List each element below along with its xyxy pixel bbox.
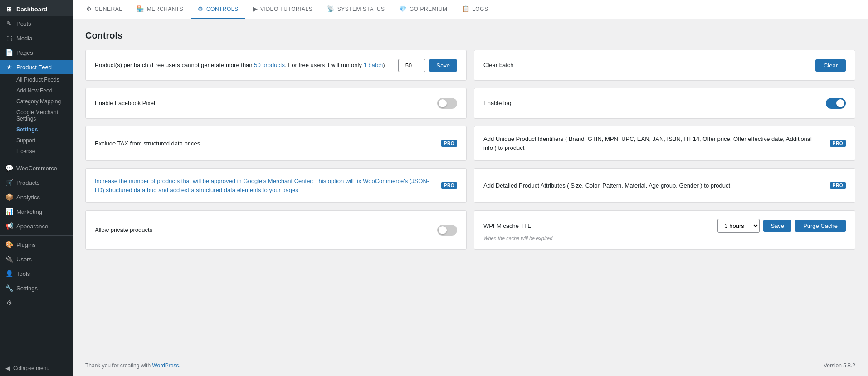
card-enable-log: Enable log: [474, 88, 855, 119]
tools-icon: 🔧: [5, 284, 13, 292]
card-exclude-tax-text: Exclude TAX from structured data prices: [95, 139, 441, 148]
toggle-track-facebook: [437, 98, 457, 109]
sidebar-divider-1: [0, 159, 73, 159]
cache-ttl-save-button[interactable]: Save: [763, 220, 791, 232]
private-products-toggle[interactable]: [437, 225, 457, 236]
tab-go-premium[interactable]: 💎 GO PREMIUM: [393, 0, 454, 19]
card-facebook-pixel: Enable Facebook Pixel: [85, 88, 467, 119]
card-detailed-attributes-text: Add Detailed Product Attributes ( Size, …: [483, 181, 830, 190]
sidebar-item-marketing[interactable]: 📢 Appearance: [0, 219, 73, 233]
card-facebook-pixel-text: Enable Facebook Pixel: [95, 99, 437, 108]
woocommerce-icon: 🛒: [5, 179, 13, 186]
facebook-pixel-toggle[interactable]: [437, 98, 457, 109]
tab-controls[interactable]: ⚙ CONTROLS: [191, 0, 244, 19]
collapse-menu-button[interactable]: ◀ Collapse menu: [0, 361, 73, 376]
purge-cache-button[interactable]: Purge Cache: [795, 220, 846, 232]
submenu-add-new-feed[interactable]: Add New Feed: [11, 85, 73, 96]
submenu-all-product-feeds[interactable]: All Product Feeds: [11, 74, 73, 85]
submenu-support[interactable]: Support: [11, 135, 73, 146]
sidebar-item-product-feed[interactable]: ★ Product Feed: [0, 60, 73, 74]
products-icon: 📦: [5, 193, 13, 201]
analytics-icon: 📊: [5, 208, 13, 215]
sidebar-item-appearance[interactable]: 🎨 Plugins: [0, 237, 73, 252]
controls-grid: Product(s) per batch (Free users cannot …: [85, 50, 855, 250]
unique-identifiers-pro-badge: PRO: [830, 140, 846, 147]
sidebar-item-products[interactable]: 📦 Analytics: [0, 190, 73, 204]
footer-version: Version 5.8.2: [824, 362, 855, 369]
sidebar-item-posts[interactable]: ✎ Posts: [0, 16, 73, 31]
footer-thanks: Thank you for creating with WordPress.: [85, 362, 180, 369]
card-batch-text: Product(s) per batch (Free users cannot …: [95, 61, 398, 70]
page-title: Controls: [85, 30, 855, 41]
general-tab-icon: ⚙: [86, 5, 92, 12]
main-area: ⚙ GENERAL 🏪 MERCHANTS ⚙ CONTROLS ▶ VIDEO…: [73, 0, 868, 376]
sidebar-item-settings[interactable]: ⚙: [0, 295, 73, 310]
sidebar-item-plugins[interactable]: 🔌 Users: [0, 252, 73, 266]
submenu-settings[interactable]: Settings: [11, 124, 73, 135]
sidebar: ⊞ Dashboard ✎ Posts ⬚ Media 📄 Pages ★ Pr…: [0, 0, 73, 376]
card-enable-log-text: Enable log: [483, 99, 826, 108]
toggle-thumb-log: [836, 99, 844, 107]
card-facebook-pixel-controls: [437, 98, 457, 109]
tab-merchants[interactable]: 🏪 MERCHANTS: [130, 0, 190, 19]
appearance-icon: 🎨: [5, 241, 13, 248]
sidebar-item-tools[interactable]: 🔧 Settings: [0, 281, 73, 295]
card-batch: Product(s) per batch (Free users cannot …: [85, 50, 467, 81]
tab-video-tutorials[interactable]: ▶ VIDEO TUTORIALS: [247, 0, 319, 19]
wordpress-link[interactable]: WordPress: [152, 362, 179, 369]
enable-log-toggle[interactable]: [826, 98, 846, 109]
users-icon: 👤: [5, 270, 13, 277]
batch-save-button[interactable]: Save: [429, 59, 457, 72]
cache-ttl-label: WPFM cache TTL: [483, 222, 531, 229]
card-cache-ttl: WPFM cache TTL 1 hour 2 hours 3 hours 6 …: [474, 210, 855, 250]
tab-system-status[interactable]: 📡 SYSTEM STATUS: [321, 0, 391, 19]
submenu-license[interactable]: License: [11, 146, 73, 157]
card-increase-products-controls: PRO: [441, 182, 457, 189]
sidebar-item-analytics[interactable]: 📊 Marketing: [0, 204, 73, 219]
go-premium-tab-icon: 💎: [399, 5, 407, 12]
card-unique-identifiers-controls: PRO: [830, 140, 846, 147]
product-feed-submenu: All Product Feeds Add New Feed Category …: [0, 74, 73, 157]
video-tutorials-tab-icon: ▶: [253, 5, 258, 12]
content-area: Controls Product(s) per batch (Free user…: [73, 19, 868, 355]
card-detailed-attributes-controls: PRO: [830, 182, 846, 189]
card-unique-identifiers-text: Add Unique Product Identifiers ( Brand, …: [483, 135, 830, 152]
card-exclude-tax: Exclude TAX from structured data prices …: [85, 126, 467, 161]
card-private-products-controls: [437, 225, 457, 236]
sidebar-divider-2: [0, 235, 73, 236]
comments-icon: 💬: [5, 164, 13, 172]
top-nav: ⚙ GENERAL 🏪 MERCHANTS ⚙ CONTROLS ▶ VIDEO…: [73, 0, 868, 19]
tab-logs[interactable]: 📋 LOGS: [456, 0, 495, 19]
sidebar-item-dashboard[interactable]: ⊞ Dashboard: [0, 0, 73, 16]
card-clear-batch: Clear batch Clear: [474, 50, 855, 81]
batch-input[interactable]: [398, 59, 425, 72]
card-unique-identifiers: Add Unique Product Identifiers ( Brand, …: [474, 126, 855, 161]
card-clear-batch-controls: Clear: [815, 59, 846, 72]
cache-ttl-right: 1 hour 2 hours 3 hours 6 hours 12 hours …: [717, 219, 846, 233]
submenu-google-merchant-settings[interactable]: Google Merchant Settings: [11, 107, 73, 124]
clear-batch-button[interactable]: Clear: [815, 59, 846, 72]
toggle-thumb-private: [439, 226, 447, 234]
posts-icon: ✎: [5, 20, 13, 27]
footer: Thank you for creating with WordPress. V…: [73, 355, 868, 376]
tab-general[interactable]: ⚙ GENERAL: [80, 0, 128, 19]
dashboard-icon: ⊞: [5, 5, 13, 13]
sidebar-item-users[interactable]: 👤 Tools: [0, 266, 73, 281]
plugins-icon: 🔌: [5, 255, 13, 263]
controls-tab-icon: ⚙: [198, 5, 204, 12]
submenu-category-mapping[interactable]: Category Mapping: [11, 96, 73, 107]
merchants-tab-icon: 🏪: [137, 5, 144, 12]
card-batch-controls: Save: [398, 59, 457, 72]
sidebar-item-comments[interactable]: 💬 WooCommerce: [0, 161, 73, 175]
sidebar-item-woocommerce[interactable]: 🛒 Products: [0, 175, 73, 190]
cache-ttl-select[interactable]: 1 hour 2 hours 3 hours 6 hours 12 hours …: [717, 219, 760, 233]
card-exclude-tax-controls: PRO: [441, 140, 457, 147]
sidebar-item-pages[interactable]: 📄 Pages: [0, 45, 73, 60]
toggle-thumb-facebook: [439, 99, 447, 107]
toggle-track-private: [437, 225, 457, 236]
card-detailed-attributes: Add Detailed Product Attributes ( Size, …: [474, 168, 855, 203]
sidebar-item-media[interactable]: ⬚ Media: [0, 31, 73, 45]
increase-products-pro-badge: PRO: [441, 182, 457, 189]
settings-icon: ⚙: [5, 299, 13, 306]
detailed-attributes-pro-badge: PRO: [830, 182, 846, 189]
